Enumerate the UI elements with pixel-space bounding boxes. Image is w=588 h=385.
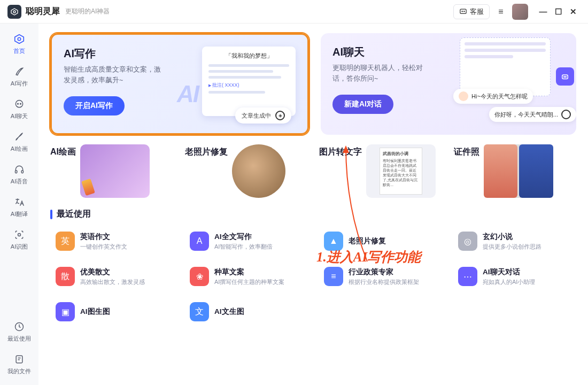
sidebar: 首页 AI写作 AI聊天 AI绘画 AI语音 AI翻译 AI识图 最 — [0, 24, 38, 385]
title-bar: 聪明灵犀 更聪明的AI神器 客服 ≡ — ☐ ✕ — [0, 0, 588, 24]
svg-rect-14 — [16, 356, 22, 363]
tool-subtitle: AI撰写任何主题的种草文案 — [214, 278, 284, 286]
robot-icon — [556, 67, 574, 86]
maximize-button[interactable]: ☐ — [551, 4, 566, 19]
tool-item[interactable]: 英 英语作文一键创作英文作文 — [50, 227, 174, 255]
svg-rect-2 — [460, 9, 466, 13]
cs-label: 客服 — [470, 7, 484, 17]
feature-title: 证件照 — [454, 144, 479, 158]
sidebar-item-voice[interactable]: AI语音 — [4, 159, 34, 190]
tool-item[interactable]: ⋯ AI聊天对话宛如真人的AI小助理 — [453, 263, 576, 290]
feature-title: AI绘画 — [50, 144, 76, 158]
tool-item[interactable]: ◎ 玄幻小说提供更多小说创作思路 — [453, 227, 576, 255]
tool-title: 优美散文 — [80, 267, 145, 277]
tool-title: 英语作文 — [80, 232, 127, 242]
feather-icon — [13, 66, 25, 78]
sidebar-item-recent[interactable]: 最近使用 — [4, 317, 34, 347]
home-icon — [13, 33, 25, 45]
new-chat-button[interactable]: 新建AI对话 — [332, 95, 393, 114]
svg-point-1 — [13, 11, 16, 13]
file-icon — [13, 353, 25, 365]
tool-icon: ⋯ — [458, 267, 477, 286]
tool-item[interactable]: ≡ 行业政策专家根据行业名称提供政策框架 — [319, 263, 442, 290]
feature-ai-paint[interactable]: AI绘画 — [50, 144, 173, 198]
hero-illustration: AI 「我和我的梦想」 批注( XXXX) 文章生成中◈ — [181, 43, 299, 125]
sidebar-label: AI写作 — [11, 80, 28, 88]
tool-subtitle: AI智能写作，效率翻倍 — [214, 243, 273, 251]
tool-subtitle: 高效输出散文，激发灵感 — [80, 278, 145, 286]
sidebar-item-chat[interactable]: AI聊天 — [4, 94, 34, 125]
sidebar-label: AI语音 — [11, 178, 28, 186]
sidebar-label: 我的文件 — [7, 367, 31, 375]
tool-item[interactable]: ▣ AI图生图 — [50, 298, 174, 326]
feature-image — [484, 144, 553, 198]
annotation-text: 1.进入AI写作功能 — [316, 248, 421, 266]
tool-icon: 散 — [56, 267, 75, 286]
chat-window-mock — [460, 37, 551, 96]
hero-ai-chat[interactable]: AI聊天 更聪明的聊天机器人，轻松对话，答你所问~ 新建AI对话 Hi~今天的天… — [321, 33, 576, 135]
sidebar-label: AI识图 — [11, 243, 28, 251]
feature-image — [232, 144, 285, 198]
tool-icon: ❀ — [190, 267, 209, 286]
tool-grid: 英 英语作文一键创作英文作文A AI全文写作AI智能写作，效率翻倍▲ 老照片修复… — [50, 227, 576, 326]
sidebar-item-translate[interactable]: AI翻译 — [4, 192, 34, 222]
svg-point-6 — [18, 37, 21, 41]
main-content: AI写作 智能生成高质量文章和文案，激发灵感，效率飙升~ 开启AI写作 AI 「… — [38, 24, 588, 385]
svg-rect-10 — [16, 171, 17, 173]
headphone-icon — [13, 164, 25, 175]
section-heading: 最近使用 — [50, 209, 576, 220]
sidebar-item-files[interactable]: 我的文件 — [4, 349, 34, 380]
tool-item[interactable]: ❀ 种草文案AI撰写任何主题的种草文案 — [184, 263, 308, 290]
svg-point-3 — [462, 11, 462, 12]
feature-image — [80, 144, 150, 198]
chat-illustration: Hi~今天的天气怎样呢 你好呀，今天天气晴朗... — [460, 37, 572, 118]
sidebar-item-home[interactable]: 首页 — [4, 29, 34, 59]
user-avatar[interactable] — [512, 4, 528, 20]
tool-title: 种草文案 — [214, 267, 284, 277]
minimize-button[interactable]: — — [536, 4, 551, 19]
tool-title: 行业政策专家 — [349, 267, 419, 277]
accent-bar — [50, 210, 52, 219]
tool-title: AI图生图 — [80, 307, 110, 317]
tool-subtitle: 根据行业名称提供政策框架 — [349, 278, 419, 286]
tool-item[interactable]: 文 AI文生图 — [184, 298, 308, 326]
feature-ocr[interactable]: 图片转文字 武昌街的小调有时候到重庆逛老书店总会不自觉地跳武昌街去走一回。最近发… — [319, 144, 442, 198]
tool-title: 老照片修复 — [349, 236, 386, 246]
feature-row: AI绘画 老照片修复 图片转文字 武昌街的小调有时候到重庆逛老书店总会不自觉地跳… — [50, 144, 576, 198]
sidebar-label: 首页 — [13, 47, 25, 55]
tool-icon: 文 — [190, 302, 209, 321]
app-tagline: 更聪明的AI神器 — [65, 7, 110, 16]
tool-subtitle: 提供更多小说创作思路 — [483, 243, 541, 251]
tool-title: AI全文写作 — [214, 232, 273, 242]
sidebar-label: 最近使用 — [7, 335, 31, 343]
sidebar-item-vision[interactable]: AI识图 — [4, 225, 34, 255]
feature-title: 图片转文字 — [319, 144, 362, 158]
sidebar-item-write[interactable]: AI写作 — [4, 61, 34, 92]
feature-id-photo[interactable]: 证件照 — [454, 144, 577, 198]
svg-point-9 — [20, 103, 21, 104]
customer-service-button[interactable]: 客服 — [453, 4, 490, 19]
tool-item[interactable]: A AI全文写作AI智能写作，效率翻倍 — [184, 227, 308, 255]
tool-title: AI文生图 — [214, 307, 244, 317]
feature-image: 武昌街的小调有时候到重庆逛老书店总会不自觉地跳武昌街去走一回。最近发现武昌街大大… — [366, 144, 436, 198]
tool-icon: ▣ — [56, 302, 75, 321]
svg-point-12 — [18, 234, 21, 236]
document-mockup: 「我和我的梦想」 批注( XXXX) — [202, 47, 296, 116]
hamburger-menu-icon[interactable]: ≡ — [495, 6, 507, 18]
feature-photo-restore[interactable]: 老照片修复 — [185, 144, 308, 198]
svg-marker-5 — [15, 35, 24, 44]
generating-chip: 文章生成中◈ — [235, 107, 291, 124]
hero-ai-write[interactable]: AI写作 智能生成高质量文章和文案，激发灵感，效率飙升~ 开启AI写作 AI 「… — [50, 33, 309, 135]
close-button[interactable]: ✕ — [566, 4, 581, 19]
scan-icon — [13, 229, 25, 241]
start-write-button[interactable]: 开启AI写作 — [64, 96, 125, 116]
tool-item[interactable]: 散 优美散文高效输出散文，激发灵感 — [50, 263, 174, 290]
app-logo-icon — [7, 5, 21, 19]
chat-icon — [13, 98, 25, 110]
section-title: 最近使用 — [57, 209, 91, 220]
tool-icon: A — [190, 232, 209, 251]
ai-watermark: AI — [177, 81, 198, 107]
sidebar-item-paint[interactable]: AI绘画 — [4, 127, 34, 157]
logo-small-icon: ◈ — [275, 111, 285, 120]
svg-rect-11 — [21, 171, 23, 173]
